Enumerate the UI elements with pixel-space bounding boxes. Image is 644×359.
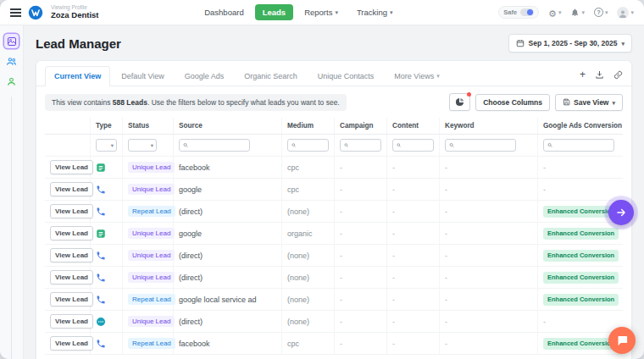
export-download-icon[interactable]: [595, 70, 604, 80]
column-header-medium: Medium: [282, 118, 335, 134]
tab-organic-search[interactable]: Organic Search: [235, 66, 307, 86]
source-cell: (direct): [174, 311, 282, 332]
status-cell: Unique Lead: [123, 245, 174, 266]
campaign-cell: -: [335, 245, 387, 266]
lead-manager-card: Current View Default View Google Ads Org…: [36, 60, 632, 359]
medium-filter-input[interactable]: [298, 141, 325, 149]
nav-dashboard[interactable]: Dashboard: [197, 4, 251, 20]
type-cell: [91, 201, 123, 222]
help-menu[interactable]: [594, 8, 608, 17]
column-header-conversion: Google Ads Conversion: [538, 118, 623, 134]
add-view-icon[interactable]: [580, 69, 586, 80]
person-icon: [618, 8, 628, 19]
conversion-cell: Enhanced Conversion: [538, 289, 623, 310]
sidebar-profile-person[interactable]: [4, 75, 19, 89]
source-cell: (direct): [174, 267, 282, 288]
sidebar-profile-current[interactable]: [4, 34, 19, 48]
medium-filter: [287, 139, 329, 152]
action-cell: View Lead: [45, 267, 91, 288]
choose-columns-button[interactable]: Choose Columns: [475, 94, 550, 111]
column-header-content: Content: [387, 118, 440, 134]
campaign-filter-input[interactable]: [351, 141, 377, 149]
table-row: View Lead Unique Lead (direct) (none) - …: [45, 245, 623, 267]
nav-reports[interactable]: Reports: [297, 4, 346, 20]
conversion-filter: [543, 139, 614, 152]
lead-status-badge: Repeat Lead: [128, 338, 175, 349]
view-lead-button[interactable]: View Lead: [50, 248, 93, 262]
info-row: This view contains 588 Leads. Use the fi…: [36, 86, 631, 118]
table-row: View Lead Unique Lead google cpc - - - -: [45, 179, 623, 201]
type-filter-select[interactable]: [96, 139, 117, 152]
type-cell: [91, 311, 123, 332]
toggle-switch[interactable]: [520, 8, 534, 16]
campaign-cell: -: [335, 157, 387, 178]
hamburger-menu-icon[interactable]: [10, 8, 21, 17]
pie-chart-icon: [455, 97, 464, 107]
keyword-filter-input[interactable]: [457, 141, 512, 149]
conversion-cell: Enhanced Conversion: [538, 267, 623, 288]
view-lead-button[interactable]: View Lead: [50, 314, 93, 329]
view-lead-button[interactable]: View Lead: [50, 292, 93, 307]
source-filter: [179, 139, 250, 152]
view-lead-button[interactable]: View Lead: [50, 226, 93, 240]
view-lead-button[interactable]: View Lead: [50, 270, 93, 284]
chart-report-button[interactable]: [449, 93, 470, 111]
share-link-icon[interactable]: [613, 70, 623, 80]
type-cell: [91, 157, 123, 178]
view-lead-button[interactable]: View Lead: [50, 336, 93, 351]
info-prefix: This view contains: [52, 98, 113, 107]
tab-default-view[interactable]: Default View: [112, 66, 173, 86]
enhanced-conversion-badge: Enhanced Conversion: [543, 294, 619, 306]
source-cell: (direct): [174, 245, 282, 266]
safe-mode-label: Safe: [503, 8, 517, 16]
view-lead-button[interactable]: View Lead: [50, 182, 93, 196]
status-cell: Unique Lead: [123, 267, 174, 288]
campaign-cell: -: [335, 201, 387, 222]
tab-google-ads[interactable]: Google Ads: [175, 66, 234, 86]
topbar: Viewing Profile Zoza Dentist Dashboard L…: [0, 0, 644, 25]
type-cell: [91, 267, 123, 288]
tab-unique-contacts[interactable]: Unique Contacts: [308, 66, 384, 86]
search-icon: [344, 142, 348, 148]
account-menu[interactable]: [617, 7, 634, 19]
nav-tracking[interactable]: Tracking: [349, 4, 401, 20]
content-cell: -: [387, 245, 440, 266]
status-filter-select[interactable]: [128, 139, 157, 152]
medium-cell: (none): [282, 245, 335, 266]
conversion-cell: Enhanced Conversion: [538, 223, 623, 244]
search-icon: [547, 142, 552, 148]
keyword-cell: -: [440, 223, 538, 244]
type-cell: [91, 179, 123, 200]
settings-menu[interactable]: [548, 5, 561, 20]
tab-more-views[interactable]: More Views: [385, 66, 448, 86]
medium-cell: (none): [282, 267, 335, 288]
medium-cell: cpc: [282, 333, 335, 354]
phone-lead-icon: [96, 295, 106, 305]
safe-mode-toggle[interactable]: Safe: [498, 6, 539, 19]
content-filter-input[interactable]: [403, 141, 430, 149]
date-range-picker[interactable]: Sep 1, 2025 - Sep 30, 2025: [508, 34, 632, 52]
conversion-filter-input[interactable]: [555, 141, 610, 149]
view-tabs: Current View Default View Google Ads Org…: [36, 61, 631, 86]
support-chat-button[interactable]: [608, 327, 636, 354]
action-cell: View Lead: [45, 179, 91, 200]
sidebar-profile-users[interactable]: [4, 54, 19, 69]
tab-current-view[interactable]: Current View: [45, 66, 110, 86]
topbar-actions: Safe: [498, 5, 634, 20]
app-logo-icon[interactable]: [28, 5, 43, 20]
profile-switcher[interactable]: Viewing Profile Zoza Dentist: [51, 4, 98, 19]
nav-leads[interactable]: Leads: [255, 4, 293, 20]
save-view-button[interactable]: Save View: [555, 94, 623, 111]
notifications-menu[interactable]: [570, 8, 585, 17]
view-lead-button[interactable]: View Lead: [50, 160, 93, 174]
view-lead-button[interactable]: View Lead: [50, 204, 93, 218]
medium-cell: (none): [282, 201, 335, 222]
conversion-cell: Enhanced Conversion: [538, 245, 623, 266]
medium-cell: (none): [282, 311, 335, 332]
conversion-cell: -: [538, 311, 623, 332]
source-filter-input[interactable]: [191, 141, 246, 149]
scroll-right-button[interactable]: [608, 200, 634, 225]
chevron-down-icon: [612, 98, 615, 107]
form-lead-icon: [96, 163, 106, 173]
keyword-cell: -: [440, 179, 538, 200]
